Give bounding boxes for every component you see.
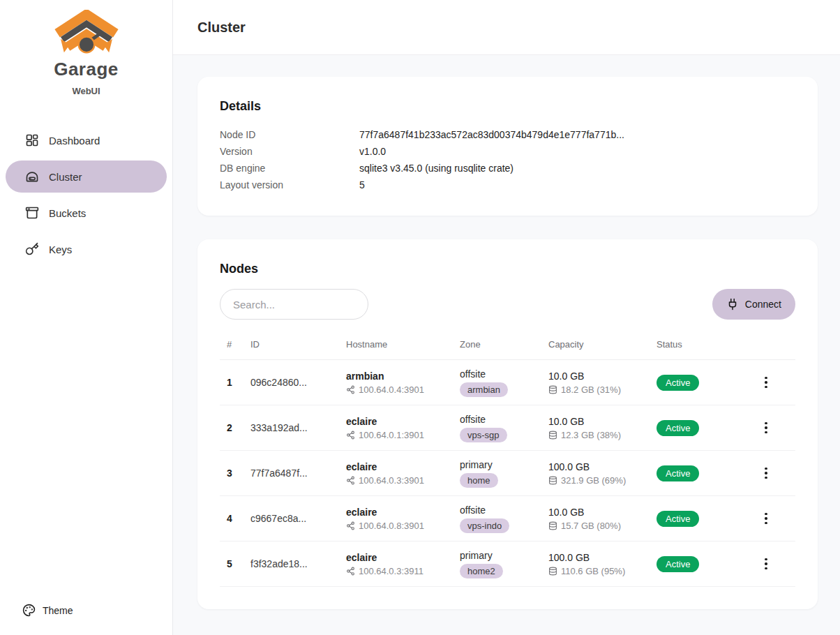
node-id: f3f32ade18...: [250, 558, 346, 569]
detail-value: sqlite3 v3.45.0 (using rusqlite crate): [359, 160, 795, 177]
capacity-total: 100.0 GB: [548, 552, 657, 563]
zone-badge: vps-indo: [460, 518, 509, 533]
brand-subtitle: WebUI: [0, 86, 172, 96]
status-cell: Active: [657, 511, 737, 527]
node-id: 77f7a6487f...: [250, 468, 346, 479]
sidebar-item-dashboard[interactable]: Dashboard: [6, 124, 167, 156]
row-menu-button[interactable]: [759, 373, 773, 393]
node-number: 1: [220, 377, 250, 388]
sidebar-item-label: Dashboard: [49, 135, 100, 147]
node-address: 100.64.0.3:3911: [346, 566, 460, 576]
table-header: # ID Hostname Zone Capacity Status: [220, 335, 795, 360]
capacity-total: 100.0 GB: [548, 461, 657, 472]
zone-name: primary: [460, 550, 548, 561]
hostname-cell: eclaire100.64.0.8:3901: [346, 507, 460, 531]
details-rows: Node ID77f7a6487f41b233ac572ac83d00374b4…: [220, 126, 795, 193]
brand: Garage WebUI: [0, 0, 172, 96]
hostname-cell: eclaire100.64.0.3:3911: [346, 552, 460, 576]
col-header-zone: Zone: [460, 339, 548, 350]
col-header-capacity: Capacity: [548, 339, 657, 350]
capacity-total: 10.0 GB: [548, 507, 657, 518]
node-address-text: 100.64.0.3:3911: [359, 566, 423, 576]
node-number: 5: [220, 558, 250, 569]
zone-cell: primaryhome: [460, 459, 548, 488]
node-address: 100.64.0.4:3901: [346, 384, 460, 395]
zone-name: primary: [460, 459, 548, 470]
theme-button[interactable]: Theme: [0, 597, 73, 624]
capacity-cell: 10.0 GB18.2 GB (31%): [548, 371, 657, 395]
plug-icon: [726, 298, 739, 311]
search-input[interactable]: [220, 289, 368, 320]
node-number: 2: [220, 422, 250, 433]
detail-label: Layout version: [220, 177, 359, 193]
detail-label: Node ID: [220, 126, 359, 143]
node-address: 100.64.0.3:3901: [346, 475, 460, 486]
actions-cell: [737, 418, 795, 438]
node-id: 096c24860...: [250, 377, 346, 388]
node-hostname: eclaire: [346, 461, 460, 472]
node-id: c9667ec8a...: [250, 513, 346, 524]
status-badge: Active: [657, 465, 699, 481]
capacity-usage: 12.3 GB (38%): [548, 430, 657, 440]
connect-label: Connect: [745, 299, 781, 310]
status-cell: Active: [657, 465, 737, 481]
node-hostname: armbian: [346, 371, 460, 382]
database-icon: [548, 385, 557, 394]
node-number: 3: [220, 468, 250, 479]
capacity-usage-text: 15.7 GB (80%): [561, 521, 621, 531]
capacity-cell: 10.0 GB12.3 GB (38%): [548, 416, 657, 440]
row-menu-button[interactable]: [759, 509, 773, 529]
node-address-text: 100.64.0.1:3901: [359, 430, 424, 440]
details-title: Details: [220, 99, 795, 114]
node-hostname: eclaire: [346, 552, 460, 563]
sidebar-item-keys[interactable]: Keys: [6, 233, 167, 265]
zone-badge: home2: [460, 564, 503, 578]
zone-name: offsite: [460, 368, 548, 380]
table-row: 377f7a6487f...eclaire100.64.0.3:3901prim…: [220, 451, 795, 496]
detail-value: 77f7a6487f41b233ac572ac83d00374b479d4e1e…: [359, 126, 795, 143]
capacity-usage: 18.2 GB (31%): [548, 384, 657, 395]
sidebar-bottom: Theme: [0, 597, 172, 635]
connect-button[interactable]: Connect: [712, 289, 795, 320]
row-menu-button[interactable]: [759, 554, 773, 574]
sidebar-item-label: Keys: [49, 244, 72, 255]
keys-icon: [25, 242, 39, 256]
garage-logo-icon: [52, 10, 121, 56]
row-menu-button[interactable]: [759, 418, 773, 438]
actions-cell: [737, 509, 795, 529]
sidebar-item-cluster[interactable]: Cluster: [6, 160, 167, 193]
detail-row: DB enginesqlite3 v3.45.0 (using rusqlite…: [220, 160, 795, 177]
hostname-cell: eclaire100.64.0.3:3901: [346, 461, 460, 486]
cluster-icon: [25, 170, 39, 184]
zone-badge: armbian: [460, 382, 508, 397]
node-id: 333a192ad...: [250, 422, 346, 433]
sidebar-nav: DashboardClusterBucketsKeys: [0, 124, 172, 265]
capacity-usage: 15.7 GB (80%): [548, 521, 657, 531]
status-cell: Active: [657, 556, 737, 572]
capacity-total: 10.0 GB: [548, 416, 657, 427]
status-cell: Active: [657, 420, 737, 436]
zone-cell: offsitevps-sgp: [460, 414, 548, 442]
status-badge: Active: [657, 556, 699, 572]
node-address-text: 100.64.0.4:3901: [359, 384, 424, 395]
share-icon: [346, 385, 355, 394]
capacity-usage: 110.6 GB (95%): [548, 566, 657, 576]
capacity-usage: 321.9 GB (69%): [548, 475, 657, 486]
topbar: Cluster: [173, 0, 840, 55]
share-icon: [346, 567, 355, 576]
detail-row: Layout version5: [220, 177, 795, 193]
status-cell: Active: [657, 375, 737, 391]
hostname-cell: eclaire100.64.0.1:3901: [346, 416, 460, 440]
main-area: Cluster Details Node ID77f7a6487f41b233a…: [173, 0, 840, 635]
sidebar-item-buckets[interactable]: Buckets: [6, 197, 167, 229]
row-menu-button[interactable]: [759, 463, 773, 484]
dashboard-icon: [25, 133, 39, 147]
capacity-cell: 100.0 GB321.9 GB (69%): [548, 461, 657, 486]
actions-cell: [737, 554, 795, 574]
capacity-total: 10.0 GB: [548, 371, 657, 382]
zone-badge: home: [460, 473, 498, 488]
share-icon: [346, 476, 355, 485]
theme-label: Theme: [43, 605, 73, 616]
col-header-id: ID: [250, 339, 346, 350]
table-row: 4c9667ec8a...eclaire100.64.0.8:3901offsi…: [220, 496, 795, 541]
